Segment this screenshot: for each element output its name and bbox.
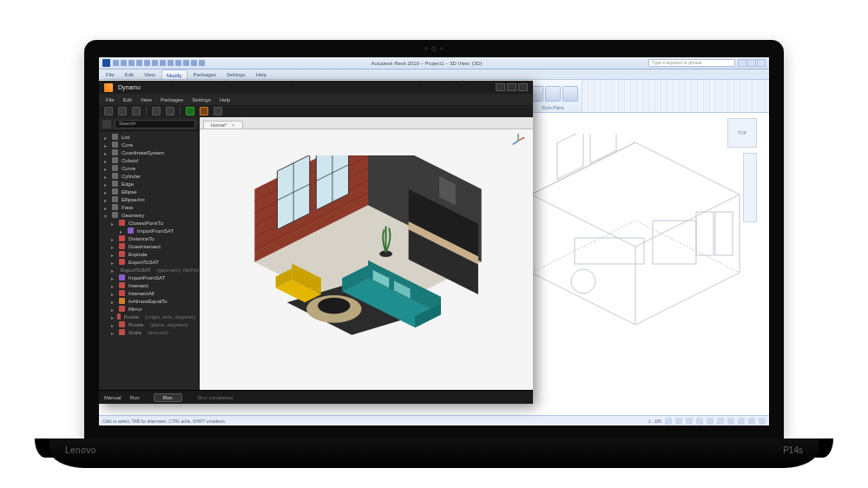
- library-category[interactable]: Geometry: [99, 211, 199, 219]
- library-category[interactable]: Core: [99, 141, 199, 148]
- library-node[interactable]: Scale(amount): [99, 328, 199, 336]
- stop-icon[interactable]: [200, 107, 208, 115]
- library-node[interactable]: Rotate(origin, axis, degrees): [99, 313, 199, 320]
- library-category[interactable]: Cylinder: [99, 172, 199, 180]
- library-node[interactable]: IntersectAll: [99, 289, 199, 297]
- open-icon[interactable]: [118, 107, 127, 115]
- close-icon[interactable]: [518, 83, 528, 91]
- menu-item[interactable]: View: [141, 97, 152, 102]
- dynamo-titlebar[interactable]: Dynamo: [99, 81, 533, 94]
- ribbon-tab[interactable]: Help: [252, 69, 271, 79]
- dynamo-menubar[interactable]: File Edit View Packages Settings Help: [99, 94, 533, 105]
- status-icon[interactable]: [665, 418, 672, 425]
- close-icon[interactable]: [757, 59, 766, 67]
- qat-icon[interactable]: [144, 60, 150, 66]
- library-search-input[interactable]: Search: [115, 120, 195, 129]
- library-category[interactable]: Curve: [99, 164, 199, 172]
- library-node[interactable]: ExportToSAT: [99, 258, 199, 266]
- library-category[interactable]: List: [99, 133, 199, 141]
- revit-search-input[interactable]: Type a keyword or phrase: [648, 59, 735, 67]
- library-node[interactable]: ExportToSAT(geometry, filePath): [99, 266, 199, 274]
- qat-icon[interactable]: [121, 60, 127, 66]
- status-icon[interactable]: [717, 418, 724, 425]
- status-icon[interactable]: [696, 418, 703, 425]
- ribbon-filler: [582, 80, 769, 112]
- library-category[interactable]: CoordinateSystem: [99, 148, 199, 156]
- library-node[interactable]: DoesIntersect: [99, 242, 199, 250]
- webcam: [404, 46, 464, 51]
- status-icon[interactable]: [759, 418, 766, 425]
- status-icon[interactable]: [727, 418, 734, 425]
- revit-window-buttons[interactable]: [738, 59, 766, 67]
- qat-icon[interactable]: [175, 60, 181, 66]
- library-node[interactable]: Intersect: [99, 281, 199, 289]
- ribbon-tab[interactable]: View: [140, 69, 160, 79]
- run-mode-manual[interactable]: Manual: [104, 395, 122, 400]
- workspace-tabs[interactable]: Home* ×: [200, 117, 533, 129]
- ribbon-icon[interactable]: [545, 86, 561, 102]
- ribbon-tab[interactable]: File: [102, 69, 119, 79]
- library-node[interactable]: ImportFromSAT: [99, 274, 199, 281]
- qat-icon[interactable]: [128, 60, 135, 66]
- axes-gizmo-icon[interactable]: [510, 133, 526, 148]
- qat-icon[interactable]: [183, 60, 189, 66]
- undo-icon[interactable]: [152, 107, 161, 115]
- library-node[interactable]: IsAlmostEqualTo: [99, 297, 199, 305]
- ribbon-tab[interactable]: Settings: [222, 69, 250, 79]
- ribbon-tabs[interactable]: File Edit View Modify Packages Settings …: [99, 69, 769, 80]
- close-icon[interactable]: ×: [232, 122, 235, 128]
- new-icon[interactable]: [104, 107, 113, 115]
- run-icon[interactable]: [186, 107, 194, 115]
- status-icon[interactable]: [686, 418, 693, 425]
- quick-access-toolbar[interactable]: [113, 60, 205, 66]
- settings-icon[interactable]: [214, 107, 222, 115]
- ribbon-tab[interactable]: Packages: [189, 69, 220, 79]
- library-node[interactable]: ClosestPointTo: [99, 219, 199, 227]
- dynamo-canvas[interactable]: Home* ×: [200, 117, 533, 390]
- library-node[interactable]: Explode: [99, 250, 199, 258]
- library-node[interactable]: ImportFromSAT: [99, 227, 199, 234]
- dynamo-window-buttons[interactable]: [496, 83, 528, 91]
- library-node[interactable]: DistanceTo: [99, 234, 199, 242]
- library-category[interactable]: Face: [99, 203, 199, 211]
- maximize-icon[interactable]: [747, 59, 756, 67]
- qat-icon[interactable]: [199, 60, 205, 66]
- status-icon[interactable]: [748, 418, 755, 425]
- library-category[interactable]: Edge: [99, 180, 199, 188]
- library-category[interactable]: EllipseArc: [99, 195, 199, 203]
- dynamo-library-panel[interactable]: Search ListCoreCoordinateSystemCuboidCur…: [99, 117, 200, 390]
- ribbon-icon[interactable]: [562, 86, 578, 102]
- qat-icon[interactable]: [136, 60, 142, 66]
- ribbon-tab-active[interactable]: Modify: [161, 69, 187, 79]
- qat-icon[interactable]: [152, 60, 158, 66]
- menu-item[interactable]: Settings: [192, 97, 211, 102]
- save-icon[interactable]: [132, 107, 141, 115]
- dynamo-window[interactable]: Dynamo File Edit View Packages Settings …: [99, 81, 533, 404]
- library-tree[interactable]: ListCoreCoordinateSystemCuboidCurveCylin…: [99, 131, 199, 390]
- minimize-icon[interactable]: [496, 83, 505, 91]
- run-mode-auto[interactable]: Run: [130, 395, 140, 400]
- dynamo-toolbar[interactable]: [99, 105, 533, 117]
- maximize-icon[interactable]: [507, 83, 516, 91]
- qat-icon[interactable]: [113, 60, 119, 66]
- workspace-tab[interactable]: Home* ×: [203, 121, 243, 129]
- status-icon[interactable]: [738, 418, 745, 425]
- status-icon[interactable]: [707, 418, 713, 425]
- library-node[interactable]: Rotate(plane, degrees): [99, 320, 199, 328]
- library-category[interactable]: Cuboid: [99, 156, 199, 164]
- ribbon-tab[interactable]: Edit: [121, 69, 138, 79]
- menu-item[interactable]: Help: [220, 97, 230, 102]
- menu-item[interactable]: File: [106, 97, 115, 102]
- library-category[interactable]: Ellipse: [99, 188, 199, 195]
- qat-icon[interactable]: [160, 60, 166, 66]
- qat-icon[interactable]: [191, 60, 197, 66]
- run-button[interactable]: Run: [154, 393, 182, 402]
- qat-icon[interactable]: [168, 60, 174, 66]
- redo-icon[interactable]: [166, 107, 174, 115]
- minimize-icon[interactable]: [738, 59, 746, 67]
- menu-item[interactable]: Edit: [123, 97, 132, 102]
- menu-item[interactable]: Packages: [161, 97, 183, 102]
- status-icon[interactable]: [675, 418, 682, 425]
- library-node[interactable]: Mirror: [99, 305, 199, 313]
- status-scale[interactable]: 1 : 100: [648, 419, 661, 424]
